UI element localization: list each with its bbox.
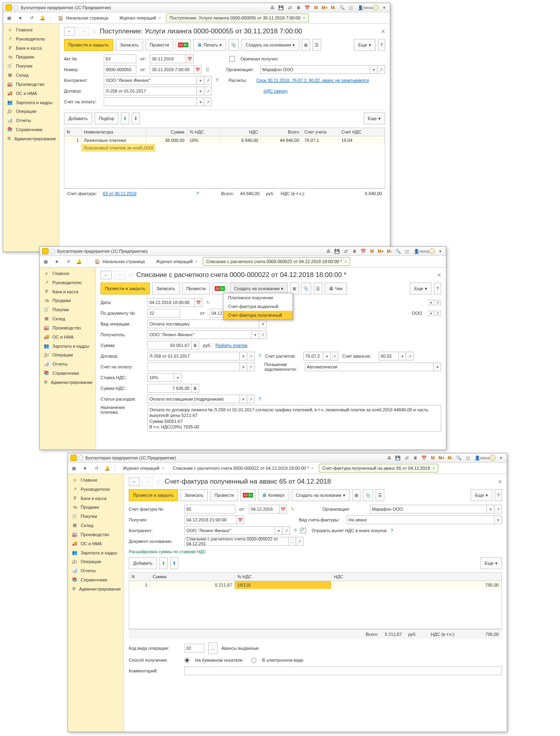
calendar-icon[interactable]: 📅 — [360, 248, 366, 254]
more-button[interactable]: Еще ▾ — [364, 112, 385, 124]
sidebar-item[interactable]: 🛍Продажи — [40, 296, 95, 305]
compare-icon[interactable]: ⇄ — [287, 4, 293, 11]
sidebar-item[interactable]: ▦Склад — [3, 70, 59, 79]
sidebar-item[interactable]: 🛒Покупки — [3, 61, 59, 70]
sidebar-item[interactable]: ▦Склад — [40, 314, 95, 323]
open-icon[interactable]: ↗ — [434, 311, 441, 316]
calc-icon[interactable]: 🖩 — [192, 341, 199, 350]
table-row[interactable]: 1 Лизинговые платежи 38 000,00 18% 6 840… — [64, 136, 385, 144]
sidebar-item[interactable]: ₽Банк и касса — [3, 43, 59, 52]
calc-icon[interactable]: 🖩 — [295, 4, 302, 11]
sf-link[interactable]: 63 от 30.11.2018 — [103, 191, 136, 196]
info-icon[interactable]: i — [429, 248, 435, 254]
dropdown-icon[interactable]: ▾ — [370, 65, 378, 74]
recipient-input[interactable]: ООО "Лизинг-Финанс" — [147, 330, 252, 339]
calendar-icon[interactable]: 📅 — [279, 505, 287, 513]
sidebar-item[interactable]: ⚙Администрирование — [68, 584, 124, 593]
apps-icon[interactable]: ▦ — [42, 258, 49, 265]
reflect-checkbox[interactable] — [300, 528, 306, 533]
sidebar-item[interactable]: ↗Руководителю — [68, 484, 124, 494]
calendar-icon[interactable]: 📅 — [194, 65, 202, 74]
number-input[interactable]: 0000-000055 — [104, 65, 136, 74]
org-input[interactable]: Марафон ООО — [370, 505, 487, 513]
docno-input[interactable]: 22 — [147, 309, 180, 318]
expense-input[interactable]: Оплата поставщикам (подрядчикам) — [147, 395, 240, 403]
dropdown-icon[interactable]: ▾ — [428, 311, 434, 316]
favorite-icon[interactable]: ☆ — [91, 27, 97, 36]
user-label[interactable]: 👤 Елена — [413, 248, 427, 254]
add-button[interactable]: Добавить — [64, 112, 92, 124]
optype-input[interactable]: Оплата поставщику — [147, 320, 259, 328]
move-down-button[interactable]: ⬇ — [132, 112, 140, 124]
post-close-button[interactable]: Провести и закрыть — [129, 489, 178, 501]
save-icon[interactable]: 💾 — [334, 248, 340, 254]
layout-button[interactable]: ☰ — [312, 39, 321, 51]
sidebar-item[interactable]: 🚚ОС и НМА — [3, 89, 59, 98]
opcode-input[interactable]: 02 — [184, 644, 204, 653]
search-icon[interactable]: 🔍 — [395, 248, 401, 254]
search-icon[interactable]: 🔍 — [339, 4, 345, 11]
list-icon[interactable]: ☰ — [205, 67, 209, 72]
comment-input[interactable] — [184, 666, 502, 675]
open-icon[interactable]: ↗ — [259, 330, 267, 339]
calendar-icon[interactable]: 📅 — [186, 54, 194, 63]
star-icon[interactable]: ★ — [53, 258, 60, 265]
attach-button[interactable]: 📎 — [229, 39, 239, 51]
radio-paper[interactable] — [184, 658, 190, 663]
sidebar-item[interactable]: 📊Отчеты — [3, 116, 59, 125]
sidebar-item[interactable]: 🚚ОС и НМА — [40, 332, 95, 341]
calc-icon[interactable]: 🖩 — [351, 248, 358, 254]
advance-acct-input[interactable]: 60.02 — [379, 352, 399, 360]
dropdown-icon[interactable]: ▾ — [197, 97, 204, 106]
dtkt-button[interactable]: Ат Кт — [240, 489, 256, 501]
dropdown-icon[interactable]: ▾ — [197, 87, 204, 95]
sidebar-item[interactable]: 👥Зарплата и кадры — [3, 98, 59, 107]
counterparty-input[interactable]: ООО "Лизинг-Финанс" — [104, 76, 197, 85]
tab-invoice[interactable]: Счет-фактура полученный на аванс 65 от 0… — [319, 464, 438, 473]
bell-icon[interactable]: 🔔 — [104, 465, 111, 472]
check-button[interactable]: 🖶 Чек — [325, 283, 347, 294]
info-icon[interactable]: i — [373, 5, 379, 10]
forward-button[interactable]: → — [114, 271, 125, 279]
open-icon[interactable]: ↗ — [204, 76, 212, 85]
act-date-input[interactable]: 30.11.2018 — [150, 54, 186, 63]
sidebar-item[interactable]: ⚙Администрирование — [3, 134, 59, 143]
nds-link[interactable]: НДС сверху — [264, 89, 288, 93]
open-icon[interactable]: ↗ — [204, 97, 212, 106]
sf-type-input[interactable]: На аванс — [347, 515, 494, 524]
apps-icon[interactable]: ▦ — [6, 14, 13, 21]
base-doc-input[interactable]: Списание с расчетного счета 0000-000022 … — [184, 537, 289, 546]
dd-invoice-received[interactable]: Счет-фактура полученный — [223, 311, 293, 320]
sidebar-item[interactable]: ▦Склад — [68, 521, 124, 530]
dropdown-icon[interactable] — [14, 5, 18, 10]
sidebar-item[interactable]: 📚Справочники — [68, 575, 124, 584]
sidebar-item[interactable]: ДтОперации — [3, 107, 59, 116]
sidebar-item[interactable]: 👥Зарплата и кадры — [40, 341, 95, 351]
move-up-button[interactable]: ⬆ — [121, 112, 129, 124]
purpose-textarea[interactable]: Оплата по договору лизинга № Л-258 от 01… — [147, 405, 441, 432]
contract-input[interactable]: Л-258 от 01.01.2017 — [104, 87, 197, 95]
bell-icon[interactable]: 🔔 — [76, 258, 83, 265]
m-minus[interactable]: M- — [330, 4, 337, 11]
write-button[interactable]: Записать — [180, 489, 208, 501]
write-button[interactable]: Записать — [116, 39, 143, 51]
calc-link[interactable]: Срок 30.11.2018, 76.07.2, 60.02, аванс н… — [256, 78, 369, 83]
layout-button[interactable]: ☰ — [314, 283, 322, 294]
create-based-button[interactable]: Создать на основании ▾ — [241, 39, 299, 51]
close-icon[interactable]: × — [159, 16, 161, 20]
sidebar-item[interactable]: ↗Руководителю — [3, 34, 59, 43]
tab-document[interactable]: Списание с расчетного счета 0000-000022 … — [203, 257, 351, 266]
bell-icon[interactable]: 🔔 — [39, 14, 46, 21]
invoice-input[interactable] — [147, 362, 240, 371]
sidebar-item[interactable]: 🛒Покупки — [40, 305, 95, 314]
opcode-pick[interactable]: … — [208, 642, 217, 654]
sidebar-item[interactable]: ≡Главное — [40, 269, 95, 278]
tab-writeoff[interactable]: Списание с расчетного счета 0000-000022 … — [169, 464, 317, 473]
sidebar-item[interactable]: ⚙Администрирование — [40, 378, 95, 387]
forward-button[interactable]: → — [142, 477, 153, 486]
contract-input[interactable]: Л-258 от 01.01.2017 — [147, 352, 240, 360]
dd-invoice-issued[interactable]: Счет-фактура выданный — [223, 302, 293, 311]
tab-journal[interactable]: Журнал операций× — [116, 14, 164, 22]
sidebar-item[interactable]: 🏭Производство — [3, 79, 59, 89]
split-link[interactable]: Разбить платеж — [215, 343, 248, 348]
